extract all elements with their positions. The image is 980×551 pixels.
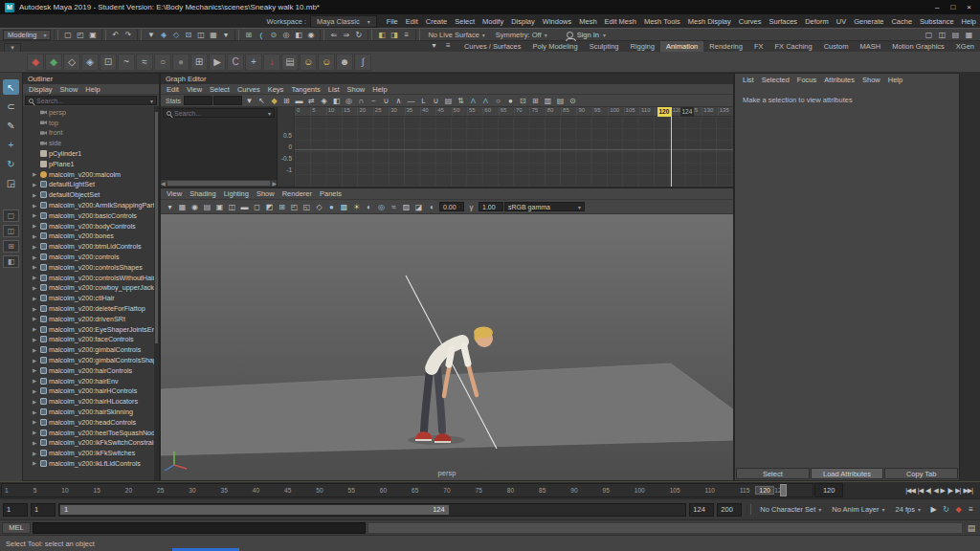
expander-icon[interactable]: ▶ (33, 326, 38, 332)
close-button[interactable]: × (967, 3, 971, 11)
snap-to-view-planes-icon[interactable]: ◧ (292, 29, 304, 40)
viewport-menu-item[interactable]: Shading (186, 189, 220, 198)
expander-icon[interactable]: ▶ (33, 192, 38, 198)
move-tool[interactable]: + (3, 137, 19, 152)
attribute-editor-menu-item[interactable]: Attributes (820, 76, 858, 84)
frame-playback-range-icon[interactable]: ◧ (330, 95, 343, 106)
workspace-dropdown[interactable]: Maya Classic ▾ (310, 15, 377, 28)
open-scene-icon[interactable]: ◰ (74, 29, 86, 40)
menu-set-dropdown[interactable]: Modeling ▾ (3, 30, 51, 40)
viewport-canvas[interactable]: persp (161, 214, 733, 480)
expander-icon[interactable]: ▶ (33, 367, 38, 373)
select-mask-edges-icon[interactable]: ◫ (194, 29, 207, 40)
exposure-icon[interactable]: ◐ (426, 201, 438, 213)
input-connections-icon[interactable]: ⇐ (327, 29, 340, 40)
menu-item[interactable]: Display (507, 17, 539, 26)
motion-blur-icon[interactable]: ≈ (388, 201, 400, 213)
play-backwards-button[interactable]: ◀ (933, 487, 937, 495)
copy-tab-button[interactable]: Copy Tab (884, 468, 958, 479)
graph-editor-menu-item[interactable]: Edit (163, 85, 183, 94)
set-driven-key-icon[interactable]: ◈ (81, 54, 99, 71)
frame-all-icon[interactable]: ◈ (318, 95, 330, 106)
outliner-item[interactable]: ▶ malcolm_v200:bones (23, 231, 159, 242)
menu-item[interactable]: Edit (402, 17, 422, 26)
shelf-tab[interactable]: Rigging (625, 41, 660, 52)
new-scene-icon[interactable]: ▢ (61, 29, 74, 40)
outliner-item[interactable]: ▶ malcolm_v200:cowboy_upperJacket (23, 283, 159, 294)
scroll-left-icon[interactable]: ◀ (161, 180, 166, 187)
shelf-tab[interactable]: Custom (818, 41, 855, 52)
xray-icon[interactable]: ◪ (412, 201, 425, 213)
outliner-item[interactable]: ▶ defaultObjectSet (23, 189, 159, 200)
step-tangents-icon[interactable]: L (417, 95, 430, 106)
sidebar-toolsettings-toggle-icon[interactable]: ▤ (949, 29, 962, 40)
outliner-item[interactable]: ▶ malcolm_v200:hairSkinning (23, 407, 159, 417)
expander-icon[interactable]: ▶ (33, 285, 38, 291)
outliner-item[interactable]: ▶ malcolm_v200:malcolm (23, 169, 159, 180)
viewport-menu-icon[interactable]: ▾ (164, 201, 176, 213)
expander-icon[interactable]: ▶ (33, 399, 38, 405)
make-live-icon[interactable]: ◉ (304, 29, 317, 40)
output-connections-icon[interactable]: ⇒ (340, 29, 352, 40)
outliner-item[interactable]: ▶ malcolm_v200:deleteForFlattop (23, 303, 159, 314)
range-slider-bar[interactable]: 1 124 (60, 505, 449, 515)
unghost-selected-icon[interactable]: ● (172, 54, 189, 71)
go-to-start-button[interactable]: |◀◀ (905, 487, 915, 495)
select-by-object-icon[interactable]: ◈ (157, 29, 169, 40)
center-current-time-icon[interactable]: ◎ (343, 95, 355, 106)
undo-icon[interactable]: ↶ (109, 29, 122, 40)
viewport-menu-item[interactable]: Show (253, 189, 278, 198)
minimize-button[interactable]: – (935, 3, 939, 11)
expander-icon[interactable]: ▶ (33, 264, 38, 270)
outliner-item[interactable]: top (23, 118, 159, 128)
field-chart-icon[interactable]: ⊞ (276, 201, 288, 213)
current-frame-marker[interactable] (780, 484, 787, 496)
expander-icon[interactable]: ▶ (33, 275, 38, 280)
create-editable-motion-trail-icon[interactable]: ≈ (136, 54, 153, 71)
outliner-item[interactable]: ▶ malcolm_v200:EyeShaperJointsEnv (23, 324, 159, 335)
screen-space-ao-icon[interactable]: ◎ (375, 201, 388, 213)
free-tangent-weight-icon[interactable]: ○ (492, 95, 504, 106)
auto-tangents-icon[interactable]: ∩ (355, 95, 368, 106)
multisample-aa-icon[interactable]: ▨ (400, 201, 412, 213)
graph-editor-search-box[interactable]: ▾ (163, 108, 275, 118)
outliner-item[interactable]: ▶ malcolm_v200:btmLidControls (23, 241, 159, 252)
character-pose-icon[interactable]: ☺ (318, 54, 335, 71)
sign-in-button[interactable]: Sign In ▾ (567, 31, 606, 39)
stats-value-field[interactable] (213, 96, 242, 105)
select-by-hierarchy-icon[interactable]: ▼ (145, 29, 157, 40)
ipr-render-icon[interactable]: ◨ (388, 29, 400, 40)
graph-curve-area[interactable]: 0510152025303540455055606570758085909510… (295, 107, 733, 187)
outliner-item[interactable]: ▶ malcolm_v200:bodyControls (23, 221, 159, 231)
outliner-item[interactable]: ▶ malcolm_v200:ArmIkSnappingParts (23, 200, 159, 210)
create-animation-snapshot-icon[interactable]: ⊞ (190, 54, 208, 71)
gamma-icon[interactable]: γ (465, 201, 478, 213)
menu-item[interactable]: Generate (850, 17, 887, 26)
range-slider-track[interactable]: 1 124 (58, 503, 686, 517)
region-tool-icon[interactable]: ▬ (293, 95, 305, 106)
play-forwards-button[interactable]: ▶ (941, 487, 945, 495)
select-by-component-icon[interactable]: ◇ (169, 29, 182, 40)
outliner-search-box[interactable]: ▾ (25, 96, 157, 105)
outliner-item[interactable]: ▶ malcolm_v200:controls (23, 252, 159, 262)
load-attributes-button[interactable]: Load Attributes (811, 468, 884, 479)
graph-editor-menu-item[interactable]: Tangents (287, 85, 323, 94)
pin-channel-icon[interactable]: ⊙ (567, 95, 579, 106)
expander-icon[interactable]: ▶ (33, 451, 38, 456)
step-back-frame-button[interactable]: ◀| (925, 487, 930, 495)
script-editor-icon[interactable]: ▤ (965, 523, 978, 533)
shelf-tab[interactable]: Sculpting (584, 41, 625, 52)
menu-item[interactable]: File (383, 17, 402, 26)
textured-icon[interactable]: ▩ (338, 201, 350, 213)
viewport-menu-item[interactable]: Panels (316, 189, 345, 198)
pose-library-icon[interactable]: ☺ (300, 54, 317, 71)
create-motion-trail-icon[interactable]: ~ (118, 54, 135, 71)
current-time-field[interactable]: 120 (814, 483, 843, 497)
create-locator-icon[interactable]: + (245, 54, 262, 71)
outliner-item[interactable]: ▶ malcolm_v200:ikFkSwitches (23, 448, 159, 458)
outliner-item[interactable]: ▶ malcolm_v200:ctlHair (23, 293, 159, 303)
command-language-button[interactable]: MEL (2, 522, 31, 534)
snap-to-projected-center-icon[interactable]: ◎ (279, 29, 292, 40)
scrollbar-thumb[interactable] (155, 112, 158, 343)
shelf-tab[interactable]: Poly Modeling (527, 41, 584, 52)
